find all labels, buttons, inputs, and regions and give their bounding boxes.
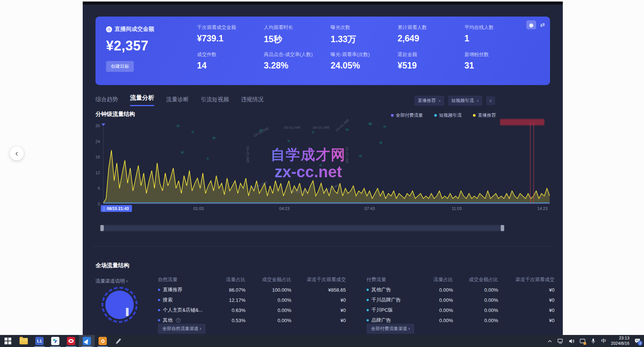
metric-cell: 新增粉丝数31 [464,51,527,78]
cell-gmv-pct: 100.00% [245,287,291,293]
y-axis: 30 24 18 12 6 0 [92,126,101,204]
cell-gmv-pct: 0.00% [453,307,498,313]
tab-violations[interactable]: 违规情况 [241,96,264,106]
window-top-strip [83,2,563,5]
taskbar-app-cursor-active[interactable] [79,335,95,347]
folder-icon [20,338,28,344]
filter-tag-short-video[interactable]: 短视频引流 × [448,96,482,106]
natural-traffic-table: 自然流量 流量占比 成交金额占比 渠道千次观看成交 直播推荐 86.07% 10… [158,276,347,324]
table-row[interactable]: 个人主页&店铺&... [158,307,212,314]
metric-cell: 千次观看成交金额¥739.1 [197,24,260,51]
legend-paid-traffic[interactable]: 全部付费流量 [391,112,423,119]
range-handle-right[interactable] [501,225,504,231]
traffic-line-svg [103,127,550,204]
create-goal-button[interactable]: 创建目标 [106,61,134,72]
orange-app-icon [98,337,107,345]
tray-chevron-up-icon[interactable] [547,338,553,344]
cell-gpm: ¥0 [498,287,555,293]
time-cursor-badge[interactable]: 08/15 21:43 [101,205,132,212]
x-axis: 08/15 21:43 01:03 04:23 07:43 11:03 14:2… [103,206,550,214]
all-paid-channels-button[interactable]: 全部付费流量渠道 › [367,324,414,334]
filter-tags: 直播推荐 × 短视频引流 × ∨ [414,96,495,106]
ime-indicator[interactable]: 中 [601,338,606,344]
cell-traffic-pct: 86.07% [212,287,245,293]
metric-cell: 累计观看人数2,649 [397,24,461,51]
table-row[interactable]: 千川品牌广告 [367,297,422,303]
taskbar-app-orange[interactable] [95,335,111,347]
metric-cell: 成交件数14 [197,51,260,78]
column-header: 成交金额占比 [453,276,498,283]
network-icon[interactable] [558,338,564,344]
teal-app-icon [51,337,59,345]
red-marker-line [533,122,534,204]
column-header: 成交金额占比 [245,276,291,283]
table-row[interactable]: 搜索 [158,297,212,303]
chart-range-slider[interactable] [100,224,505,232]
notification-center-icon[interactable]: 3 [634,338,640,344]
taskbar-app-red[interactable] [63,335,79,347]
table-row[interactable]: 直播推荐 [158,286,212,293]
metric-cell: 曝光次数1.33万 [331,24,394,51]
chevron-down-icon[interactable]: ∨ [486,96,495,105]
primary-metric: ◎ 直播间成交金额 ¥2,357 创建目标 [95,17,189,85]
desktop: ‹ ◎ 直播间成交金额 ¥2,357 创建目标 千次观看成交金额¥739.1 人… [0,0,644,347]
cell-gpm: ¥858.65 [291,287,346,293]
metric-cell: 曝光-观看率(次数)24.05% [331,51,394,78]
traffic-donut-chart[interactable] [102,287,138,323]
taskbar-clock[interactable]: 23:13 2024/8/16 [611,336,629,346]
card-settings-button[interactable] [526,20,536,29]
cell-gpm: ¥0 [291,318,346,323]
series-dot [367,289,369,291]
target-icon: ◎ [106,26,112,32]
series-dot [158,319,160,321]
legend-short-video[interactable]: 短视频引流 [434,112,462,119]
gear-icon [529,23,534,27]
taskbar-app-3d[interactable] [111,335,126,347]
taskbar-app-l1[interactable]: L1 [32,335,47,347]
legend-live-recommend[interactable]: 直播推荐 [473,112,496,119]
info-icon[interactable]: ? [176,318,180,323]
l1-app-icon: L1 [35,337,44,345]
cell-traffic-pct: 0.53% [212,318,245,323]
grip-icon [103,207,105,211]
channel-note-link[interactable]: 流量渠道说明 › [95,278,128,285]
tab-bar: 综合趋势 流量分析 流量诊断 引流短视频 违规情况 [95,95,264,106]
microphone-icon[interactable] [590,338,596,344]
cell-gmv-pct: 0.00% [453,287,498,293]
plot-area[interactable] [103,127,550,204]
taskbar-file-explorer[interactable] [16,335,32,347]
column-header: 付费流量 [367,276,422,283]
range-handle-left[interactable] [100,225,104,231]
cell-gmv-pct: 0.00% [453,318,498,323]
red-oval-app-icon [67,337,75,345]
cell-gpm: ¥0 [498,318,555,323]
filter-tag-live-recommend[interactable]: 直播推荐 × [414,96,444,106]
cell-traffic-pct: 0.00% [422,307,453,313]
all-natural-channels-button[interactable]: 全部自然流量渠道 › [158,324,206,334]
back-button[interactable]: ‹ [10,146,24,160]
chevron-left-icon: ‹ [15,149,18,158]
display-capture-icon[interactable] [579,338,585,344]
tab-overall-trend[interactable]: 综合趋势 [95,96,118,106]
start-button[interactable] [0,335,16,347]
speaker-icon[interactable] [568,338,574,344]
overall-section-title: 全场流量结构 [95,262,129,269]
tab-traffic-diagnosis[interactable]: 流量诊断 [166,96,189,106]
column-header: 流量占比 [212,276,245,283]
table-row[interactable]: 其他广告 [367,286,422,293]
column-header: 流量占比 [422,276,453,283]
metric-cell: 人均观看时长15秒 [264,24,327,51]
table-row[interactable]: 其他? [158,317,212,324]
close-icon[interactable]: × [438,99,441,103]
table-row[interactable]: 品牌广告 [367,317,422,324]
clock-date: 2024/8/16 [611,341,629,346]
close-icon[interactable]: × [477,99,479,103]
cell-gmv-pct: 0.00% [245,318,291,323]
legend-dot [434,114,437,117]
tab-short-video[interactable]: 引流短视频 [201,96,229,106]
cell-traffic-pct: 0.00% [422,287,453,293]
taskbar-app-teal[interactable] [47,335,63,347]
swap-icon[interactable]: ⇄ [540,21,545,28]
table-row[interactable]: 千川PC版 [367,307,422,314]
tab-traffic-analysis[interactable]: 流量分析 [130,94,154,106]
